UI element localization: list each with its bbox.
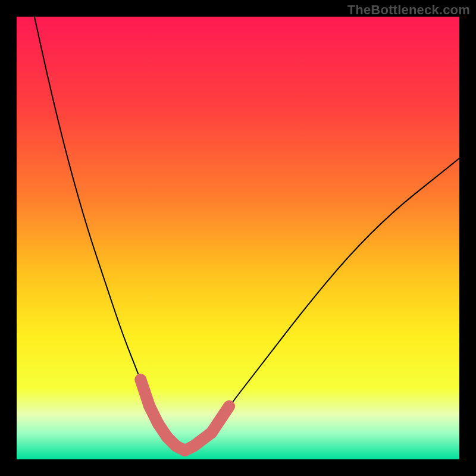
watermark-text: TheBottleneck.com — [347, 2, 470, 18]
highlight-segment — [211, 406, 229, 433]
chart-svg — [17, 17, 459, 459]
highlight-segments — [140, 380, 229, 450]
outer-frame: TheBottleneck.com — [0, 0, 476, 476]
bottleneck-curve — [35, 17, 459, 449]
